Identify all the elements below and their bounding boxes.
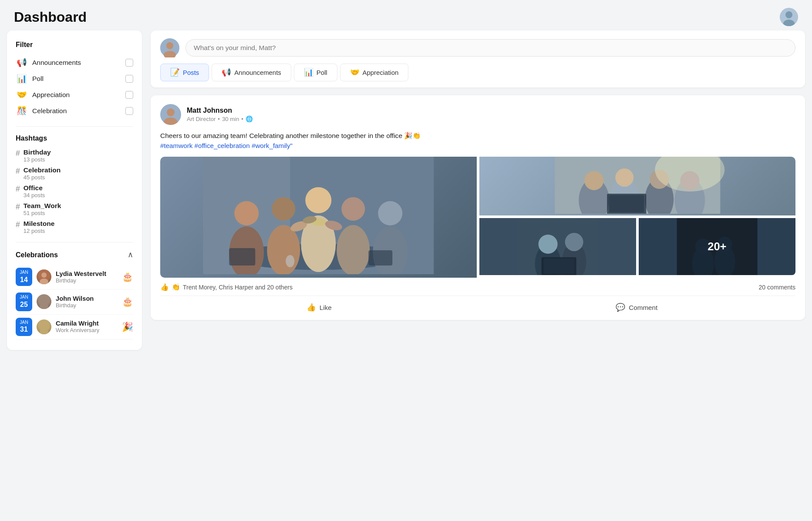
poll-checkbox[interactable] — [125, 75, 133, 83]
svg-rect-33 — [368, 250, 392, 266]
celebration-camila: Jan 31 Camila Wright Work Anniversary 🎉 — [16, 315, 133, 339]
announcements-tab-icon: 📢 — [222, 68, 231, 77]
hashtag-birthday[interactable]: # Birthday 13 posts — [16, 148, 133, 163]
post-composer — [160, 38, 795, 57]
filter-list: 📢 Announcements 📊 Poll 🤝 Appreciation — [16, 55, 133, 118]
post-header: Matt Johnson Art Director • 30 min • 🌐 — [160, 104, 795, 125]
hashtag-celebration-name: Celebration — [24, 166, 61, 174]
hashtag-celebration[interactable]: # Celebration 45 posts — [16, 166, 133, 181]
hashtag-milestone-name: Milestone — [24, 220, 55, 228]
camila-info: Camila Wright Work Anniversary — [56, 320, 99, 333]
hashtag-office-count: 34 posts — [24, 192, 45, 198]
svg-point-52 — [565, 233, 583, 251]
celebration-lydia: Jan 14 Lydia Westervelt Birthday 🎂 — [16, 265, 133, 289]
post-author-info: Matt Johnson Art Director • 30 min • 🌐 — [187, 107, 253, 122]
post-card: Matt Johnson Art Director • 30 min • 🌐 C… — [151, 95, 805, 320]
filter-poll[interactable]: 📊 Poll — [16, 71, 133, 86]
filter-announcements[interactable]: 📢 Announcements — [16, 55, 133, 70]
tab-posts[interactable]: 📝 Posts — [160, 64, 209, 81]
svg-point-8 — [40, 329, 48, 334]
hashtag-teamwork[interactable]: # Team_Work 51 posts — [16, 202, 133, 216]
like-label: Like — [320, 304, 332, 311]
post-image-overlay: 20+ — [639, 218, 795, 275]
filter-appreciation-label: Appreciation — [32, 91, 70, 99]
john-date-badge: Jan 25 — [16, 292, 32, 311]
hashtag-celebration-count: 45 posts — [24, 174, 61, 181]
john-info: John Wilson Birthday — [56, 295, 94, 309]
comment-icon: 💬 — [616, 303, 625, 312]
posts-tab-label: Posts — [183, 69, 199, 76]
svg-rect-32 — [229, 248, 255, 266]
hash-icon-3: # — [16, 185, 20, 194]
overlay-count-label: 20+ — [708, 240, 726, 253]
page-title: Dashboard — [14, 9, 87, 25]
posts-tab-icon: 📝 — [170, 68, 180, 77]
post-time: 30 min — [222, 116, 239, 122]
svg-point-27 — [378, 201, 402, 225]
filter-celebration[interactable]: 🎊 Celebration — [16, 103, 133, 118]
celebrations-header: Celebrations ∧ — [16, 250, 133, 259]
svg-point-25 — [305, 187, 331, 213]
celebrations-collapse-button[interactable]: ∧ — [128, 250, 133, 259]
svg-point-23 — [234, 201, 259, 225]
announcements-checkbox[interactable] — [125, 59, 133, 67]
svg-point-24 — [272, 197, 295, 221]
announcements-tab-label: Announcements — [234, 69, 281, 76]
appreciation-checkbox[interactable] — [125, 91, 133, 99]
camila-type: Work Anniversary — [56, 327, 99, 333]
clap-emoji: 👏 — [172, 283, 180, 291]
post-image-main — [160, 157, 477, 278]
john-avatar — [37, 294, 51, 309]
hashtag-milestone[interactable]: # Milestone 12 posts — [16, 220, 133, 234]
celebration-checkbox[interactable] — [125, 107, 133, 115]
lydia-emoji: 🎂 — [122, 272, 133, 282]
svg-rect-54 — [543, 259, 574, 274]
post-body: Cheers to our amazing team! Celebrating … — [160, 131, 795, 151]
post-hashtags[interactable]: #teamwork #office_celebration #work_fami… — [160, 142, 293, 149]
svg-point-1 — [785, 11, 792, 18]
celebration-john: Jan 25 John Wilson Birthday 🎂 — [16, 289, 133, 314]
tab-poll[interactable]: 📊 Poll — [294, 64, 337, 81]
svg-point-21 — [337, 225, 370, 274]
svg-point-10 — [166, 42, 173, 49]
john-type: Birthday — [56, 302, 94, 309]
hashtag-birthday-name: Birthday — [24, 148, 51, 156]
divider-2 — [16, 242, 133, 242]
celebrations-label: Celebrations — [16, 251, 58, 259]
tab-appreciation[interactable]: 🤝 Appreciation — [340, 64, 409, 81]
comment-label: Comment — [629, 304, 657, 311]
tab-announcements[interactable]: 📢 Announcements — [212, 64, 291, 81]
celebration-icon: 🎊 — [16, 106, 28, 116]
comment-button[interactable]: 💬 Comment — [478, 299, 796, 316]
camila-name: Camila Wright — [56, 320, 99, 327]
svg-point-34 — [286, 255, 294, 267]
composer-avatar — [160, 38, 179, 57]
svg-point-41 — [584, 171, 603, 190]
visibility-icon: 🌐 — [246, 115, 253, 122]
hashtag-office-name: Office — [24, 184, 45, 192]
camila-date-badge: Jan 31 — [16, 318, 32, 336]
comments-count: 20 comments — [758, 284, 795, 291]
reactions-text: Trent Morey, Chris Harper and 20 others — [183, 284, 293, 291]
post-right-images: 20+ — [479, 157, 796, 275]
appreciation-icon: 🤝 — [16, 90, 28, 100]
post-author-name: Matt Johnson — [187, 107, 253, 114]
user-avatar[interactable] — [780, 8, 798, 26]
hashtags-label: Hashtags — [16, 134, 133, 142]
lydia-avatar — [37, 269, 51, 284]
appreciation-tab-icon: 🤝 — [350, 68, 360, 77]
filter-appreciation[interactable]: 🤝 Appreciation — [16, 87, 133, 102]
hashtag-teamwork-count: 51 posts — [24, 210, 61, 216]
filter-announcements-label: Announcements — [32, 59, 81, 67]
svg-point-7 — [41, 323, 47, 328]
like-button[interactable]: 👍 Like — [160, 299, 478, 316]
hashtag-office[interactable]: # Office 34 posts — [16, 184, 133, 198]
post-image-bottom-row: 20+ — [479, 218, 796, 275]
filter-poll-label: Poll — [32, 75, 44, 83]
composer-input[interactable] — [185, 39, 795, 57]
main-layout: Filter 📢 Announcements 📊 Poll 🤝 — [0, 30, 812, 350]
like-emoji: 👍 — [160, 283, 169, 291]
camila-emoji: 🎉 — [122, 322, 133, 332]
action-bar: 👍 Like 💬 Comment — [160, 296, 795, 316]
sidebar: Filter 📢 Announcements 📊 Poll 🤝 — [7, 30, 142, 350]
